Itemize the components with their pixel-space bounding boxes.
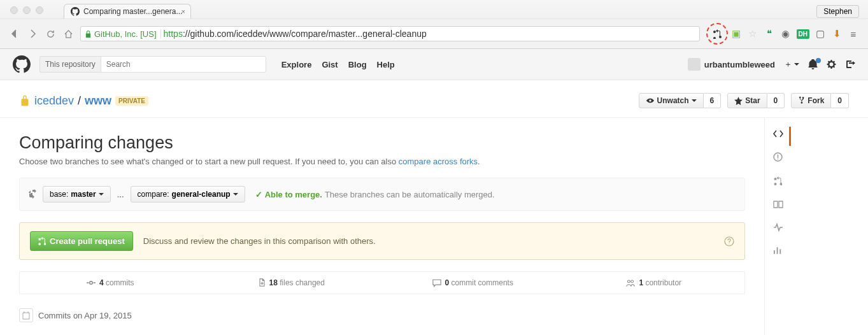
forward-button[interactable]: [27, 28, 38, 39]
header-right: urbantumbleweed ＋: [688, 58, 855, 71]
watch-count[interactable]: 6: [704, 93, 722, 108]
stat-commits[interactable]: 4 commits: [20, 272, 201, 294]
zoom-window[interactable]: [36, 6, 43, 14]
repo-owner-link[interactable]: iceddev: [34, 94, 74, 108]
star-button[interactable]: Star: [727, 93, 767, 108]
private-lock-icon: [19, 94, 31, 108]
pr-extension-icon[interactable]: [711, 28, 723, 39]
search-wrap: This repository: [39, 56, 266, 73]
people-icon: [626, 279, 635, 287]
github-header: This repository Explore Gist Blog Help u…: [0, 49, 868, 80]
repo-actions: Unwatch 6 Star 0 Fork 0: [639, 93, 849, 108]
repo-slash: /: [78, 94, 81, 108]
nav-pullrequests-icon[interactable]: [774, 176, 782, 186]
svg-point-1: [90, 282, 93, 285]
nav-gist[interactable]: Gist: [322, 60, 338, 69]
fork-count[interactable]: 0: [831, 93, 849, 108]
notifications-button[interactable]: [808, 59, 818, 69]
create-pr-prompt: Create pull request Discuss and review t…: [19, 222, 745, 260]
page-subtitle: Choose two branches to see what's change…: [19, 157, 745, 166]
reload-button[interactable]: [45, 28, 56, 39]
repo-header: iceddev / www private Unwatch 6 Star 0 F…: [0, 80, 868, 118]
private-badge: private: [115, 96, 148, 106]
nav-pulse-icon[interactable]: [773, 223, 783, 232]
settings-button[interactable]: [827, 59, 836, 69]
github-logo[interactable]: [13, 55, 31, 73]
extension-icons: ▣ ☆ ❝ ◉ DH ▢ ⬇ ≡: [706, 23, 859, 45]
commit-icon: [87, 280, 96, 286]
evernote-icon[interactable]: ▣: [730, 28, 742, 39]
create-new-button[interactable]: ＋: [784, 59, 799, 70]
hangouts-icon[interactable]: ❝: [764, 28, 775, 39]
pr-prompt-desc: Discuss and review the changes in this c…: [143, 236, 376, 246]
page-title: Comparing changes: [19, 133, 745, 153]
commit-date-group: Commits on Apr 19, 2015: [19, 306, 745, 325]
close-tab-icon[interactable]: ×: [181, 8, 185, 15]
merge-ok-label: Able to merge.: [265, 190, 322, 199]
address-bar: GitHub, Inc. [US] https://github.com/ice…: [0, 18, 868, 48]
compare-dots: ...: [117, 190, 124, 199]
browser-tab[interactable]: Comparing master...genera... ×: [64, 4, 191, 18]
stat-files[interactable]: 18 files changed: [201, 272, 383, 294]
back-button[interactable]: [9, 28, 20, 39]
nav-issues-icon[interactable]: [773, 152, 783, 162]
profile-button[interactable]: Stephen: [816, 5, 859, 18]
signout-button[interactable]: [845, 59, 855, 69]
merge-status: ✓ Able to merge. These branches can be a…: [255, 190, 495, 199]
cast-icon[interactable]: ▢: [815, 28, 826, 39]
repo-name-link[interactable]: www: [85, 94, 111, 108]
compare-icon: [27, 189, 36, 200]
ssl-indicator[interactable]: GitHub, Inc. [US]: [85, 29, 161, 39]
user-menu[interactable]: urbantumbleweed: [688, 58, 775, 71]
nav-graphs-icon[interactable]: [773, 246, 783, 255]
home-button[interactable]: [62, 28, 74, 39]
check-icon: ✓: [255, 190, 262, 199]
file-icon: [259, 278, 266, 287]
main-content: Comparing changes Choose two branches to…: [0, 118, 764, 335]
menu-icon[interactable]: ≡: [848, 28, 859, 39]
commit-date-label: Commits on Apr 19, 2015: [38, 311, 132, 320]
compare-branch-selector[interactable]: compare: general-cleanup: [131, 186, 245, 203]
repo-side-nav: [764, 118, 791, 335]
url-text: https://github.com/iceddev/www/compare/m…: [164, 29, 427, 39]
nav-code-icon[interactable]: [773, 129, 783, 138]
circle-ext-icon[interactable]: ◉: [780, 28, 792, 39]
nav-help[interactable]: Help: [377, 60, 395, 69]
highlighted-extension: [706, 23, 728, 45]
help-icon[interactable]: [724, 236, 734, 246]
avatar: [688, 58, 701, 71]
tab-title: Comparing master...genera...: [83, 7, 182, 16]
notification-dot: [816, 58, 821, 63]
nav-explore[interactable]: Explore: [281, 60, 312, 69]
username: urbantumbleweed: [704, 60, 775, 69]
compare-forks-link[interactable]: compare across forks: [399, 157, 478, 166]
ssl-org: GitHub, Inc. [US]: [94, 29, 157, 39]
star-count[interactable]: 0: [767, 93, 785, 108]
dh-extension-icon[interactable]: DH: [797, 29, 809, 39]
minimize-window[interactable]: [23, 6, 31, 14]
merge-desc: These branches can be automatically merg…: [325, 190, 495, 199]
pr-icon: [38, 236, 46, 246]
search-input[interactable]: [101, 56, 266, 73]
base-branch-selector[interactable]: base: master: [43, 186, 111, 203]
url-box[interactable]: GitHub, Inc. [US] https://github.com/ice…: [80, 26, 700, 41]
stat-contributors[interactable]: 1 contributor: [564, 272, 745, 294]
main-wrap: Comparing changes Choose two branches to…: [0, 118, 868, 335]
repo-title: iceddev / www private: [19, 94, 148, 108]
active-nav-marker: [789, 127, 791, 146]
search-scope-label[interactable]: This repository: [39, 56, 101, 73]
create-pull-request-button[interactable]: Create pull request: [30, 231, 133, 251]
tab-bar: Comparing master...genera... ×: [0, 0, 868, 18]
fork-button[interactable]: Fork: [791, 93, 831, 108]
download-icon[interactable]: ⬇: [831, 28, 843, 39]
branch-selection-bar: base: master ... compare: general-cleanu…: [19, 178, 745, 211]
stat-comments[interactable]: 0 commit comments: [382, 272, 564, 294]
comment-icon: [432, 279, 441, 287]
browser-chrome: Stephen Comparing master...genera... × G…: [0, 0, 868, 49]
window-controls: [3, 1, 51, 19]
close-window[interactable]: [10, 6, 18, 14]
unwatch-button[interactable]: Unwatch: [639, 93, 704, 108]
nav-blog[interactable]: Blog: [348, 60, 367, 69]
nav-wiki-icon[interactable]: [773, 200, 783, 209]
star-bookmark-icon[interactable]: ☆: [747, 28, 758, 39]
